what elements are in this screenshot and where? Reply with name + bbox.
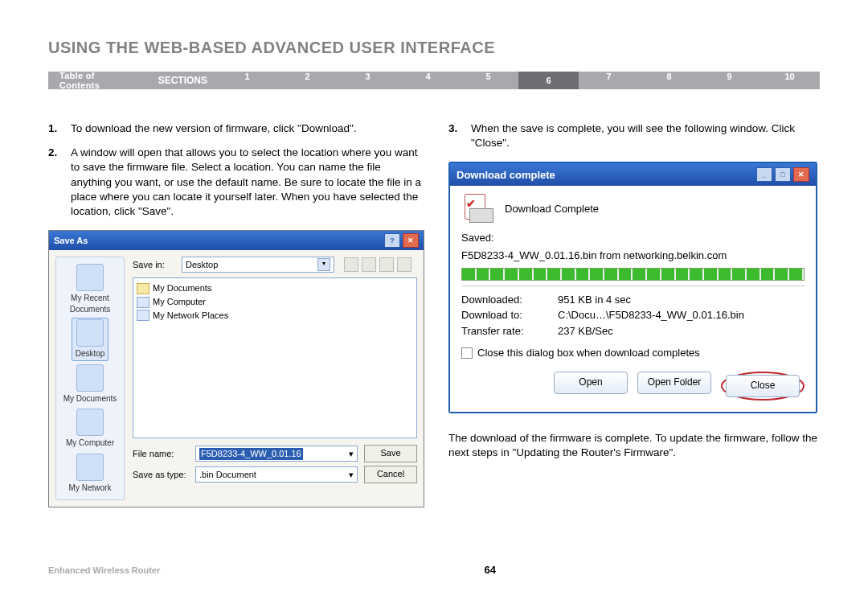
- close-button[interactable]: Close: [726, 375, 800, 397]
- section-link-5[interactable]: 5: [458, 72, 518, 89]
- up-icon[interactable]: [362, 257, 376, 272]
- dialog-titlebar: Download complete _ □ ✕: [450, 163, 816, 186]
- section-link-4[interactable]: 4: [398, 72, 458, 89]
- toc-link[interactable]: Table of Contents: [48, 71, 149, 90]
- saveastype-combo[interactable]: .bin Document ▾: [195, 466, 358, 483]
- section-link-7[interactable]: 7: [579, 72, 639, 89]
- filename-input[interactable]: F5D8233-4_WW_0.01.16 ▾: [195, 446, 358, 462]
- maximize-icon[interactable]: □: [775, 167, 791, 182]
- section-link-10[interactable]: 10: [760, 72, 820, 89]
- file-list[interactable]: My Documents My Computer My Network Plac…: [133, 277, 417, 438]
- save-button[interactable]: Save: [364, 445, 417, 462]
- section-navbar: Table of Contents SECTIONS 1 2 3 4 5 6 7…: [48, 72, 820, 89]
- step-text: To download the new version of firmware,…: [71, 121, 424, 136]
- downloadto-value: C:\Docu…\F5D8233-4_WW_0.01.16.bin: [558, 308, 744, 322]
- sidebar-item-computer[interactable]: My Computer: [66, 407, 114, 450]
- list-item: My Computer: [137, 295, 413, 309]
- open-button[interactable]: Open: [554, 372, 628, 394]
- help-icon[interactable]: ?: [384, 233, 400, 248]
- chevron-down-icon[interactable]: ▾: [317, 258, 330, 271]
- close-icon[interactable]: ✕: [403, 233, 419, 248]
- followup-text: The download of the firmware is complete…: [448, 431, 820, 460]
- sidebar-item-recent[interactable]: My Recent Documents: [58, 262, 122, 316]
- views-icon[interactable]: [397, 257, 411, 272]
- minimize-icon[interactable]: _: [756, 167, 772, 182]
- rate-value: 237 KB/Sec: [558, 324, 613, 339]
- progress-bar: [461, 268, 805, 281]
- close-highlight: Close: [721, 372, 805, 401]
- page-title: USING THE WEB-BASED ADVANCED USER INTERF…: [48, 0, 820, 72]
- section-link-9[interactable]: 9: [699, 72, 760, 89]
- step-text: A window will open that allows you to se…: [71, 146, 424, 219]
- sections-label: SECTIONS: [149, 75, 217, 86]
- step-1: 1. To download the new version of firmwa…: [48, 121, 424, 136]
- step-3: 3. When the save is complete, you will s…: [448, 121, 820, 150]
- list-item: My Network Places: [137, 309, 413, 322]
- dialog-title: Download complete: [457, 168, 555, 183]
- downloaded-label: Downloaded:: [461, 293, 558, 307]
- downloaded-value: 951 KB in 4 sec: [558, 293, 631, 307]
- page-number: 64: [484, 564, 495, 576]
- step-number: 1.: [48, 121, 71, 136]
- chevron-down-icon[interactable]: ▾: [349, 448, 354, 460]
- download-complete-icon: ✔: [461, 194, 493, 223]
- savein-label: Save in:: [133, 259, 177, 271]
- close-when-complete-checkbox[interactable]: [461, 347, 473, 359]
- step-text: When the save is complete, you will see …: [471, 121, 820, 150]
- dialog-titlebar: Save As ? ✕: [49, 231, 424, 250]
- checkbox-label: Close this dialog box when download comp…: [477, 346, 700, 360]
- close-icon[interactable]: ✕: [793, 167, 809, 182]
- download-complete-dialog: Download complete _ □ ✕ ✔ Download Compl…: [448, 162, 817, 413]
- saved-label: Saved:: [461, 231, 805, 245]
- product-name: Enhanced Wireless Router: [48, 565, 160, 575]
- section-link-6[interactable]: 6: [518, 72, 579, 89]
- chevron-down-icon[interactable]: ▾: [349, 469, 354, 481]
- step-number: 3.: [448, 121, 471, 150]
- step-2: 2. A window will open that allows you to…: [48, 146, 424, 219]
- sidebar-item-documents[interactable]: My Documents: [63, 363, 117, 406]
- sidebar-item-desktop[interactable]: Desktop: [72, 318, 109, 361]
- places-sidebar: My Recent Documents Desktop My Documents…: [55, 257, 125, 500]
- save-as-dialog: Save As ? ✕ My Recent Documents Desktop …: [48, 230, 424, 507]
- saveastype-label: Save as type:: [133, 469, 189, 481]
- cancel-button[interactable]: Cancel: [364, 466, 417, 483]
- newfolder-icon[interactable]: [379, 257, 394, 272]
- filename-label: File name:: [133, 448, 189, 460]
- section-link-1[interactable]: 1: [217, 72, 277, 89]
- folder-icon: [137, 283, 149, 294]
- step-number: 2.: [48, 146, 71, 219]
- page-footer: Enhanced Wireless Router 64: [48, 564, 820, 576]
- back-icon[interactable]: [344, 257, 358, 272]
- downloadto-label: Download to:: [461, 308, 558, 322]
- download-complete-heading: Download Complete: [505, 202, 599, 216]
- rate-label: Transfer rate:: [461, 324, 558, 339]
- dialog-title: Save As: [54, 235, 88, 247]
- section-link-2[interactable]: 2: [277, 72, 338, 89]
- savein-combo[interactable]: Desktop ▾: [182, 257, 334, 273]
- open-folder-button[interactable]: Open Folder: [637, 372, 711, 394]
- section-link-3[interactable]: 3: [338, 72, 398, 89]
- saved-value: F5D8233-4_WW_0.01.16.bin from networking…: [461, 249, 805, 263]
- network-icon: [137, 310, 149, 321]
- sidebar-item-network[interactable]: My Network: [69, 452, 112, 495]
- computer-icon: [137, 297, 149, 308]
- list-item: My Documents: [137, 281, 413, 295]
- section-link-8[interactable]: 8: [639, 72, 699, 89]
